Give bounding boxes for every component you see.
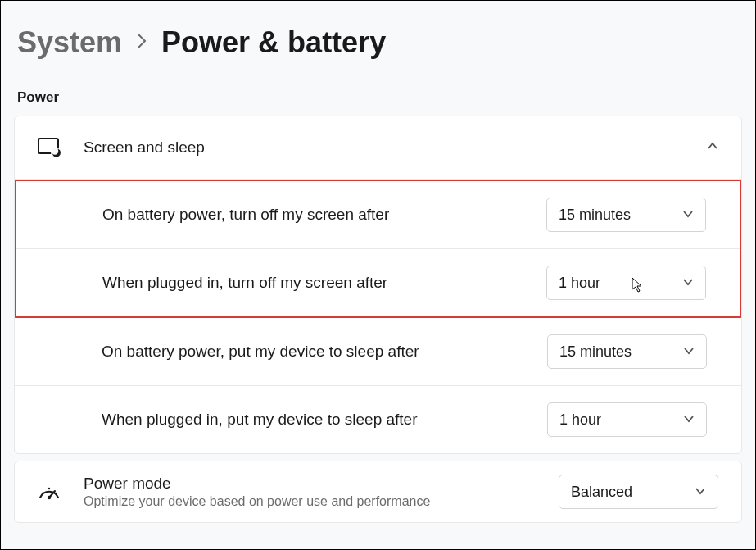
- svg-point-3: [48, 488, 50, 489]
- dropdown-value: 1 hour: [559, 275, 600, 292]
- power-mode-card[interactable]: Power mode Optimize your device based on…: [14, 461, 742, 523]
- row-label: On battery power, turn off my screen aft…: [102, 206, 546, 224]
- dropdown-power-mode[interactable]: Balanced: [559, 475, 718, 509]
- dropdown-value: Balanced: [571, 484, 632, 501]
- row-label: On battery power, put my device to sleep…: [102, 343, 547, 361]
- row-label: When plugged in, turn off my screen afte…: [102, 274, 546, 292]
- svg-point-6: [48, 496, 51, 499]
- row-plugged-screen-off: When plugged in, turn off my screen afte…: [16, 249, 740, 316]
- power-mode-title: Power mode: [84, 475, 536, 493]
- chevron-down-icon: [695, 484, 706, 501]
- chevron-up-icon: [707, 140, 718, 155]
- row-battery-sleep: On battery power, put my device to sleep…: [15, 318, 741, 386]
- dropdown-value: 15 minutes: [559, 343, 632, 361]
- dropdown-value: 15 minutes: [559, 207, 631, 224]
- dropdown-value: 1 hour: [559, 411, 601, 429]
- row-plugged-sleep: When plugged in, put my device to sleep …: [15, 386, 741, 453]
- chevron-down-icon: [683, 343, 695, 361]
- page-title: Power & battery: [161, 25, 386, 60]
- chevron-down-icon: [683, 411, 695, 429]
- dropdown-plugged-sleep[interactable]: 1 hour: [547, 402, 707, 437]
- screen-sleep-card: Screen and sleep On battery power, turn …: [14, 116, 742, 454]
- chevron-down-icon: [682, 207, 694, 224]
- screen-sleep-header[interactable]: Screen and sleep: [15, 116, 741, 180]
- screen-sleep-icon: [38, 136, 61, 159]
- chevron-down-icon: [682, 275, 694, 292]
- highlight-annotation: On battery power, turn off my screen aft…: [14, 180, 742, 318]
- dropdown-battery-screen-off[interactable]: 15 minutes: [546, 198, 706, 232]
- dropdown-battery-sleep[interactable]: 15 minutes: [547, 334, 707, 369]
- screen-sleep-title: Screen and sleep: [84, 139, 684, 157]
- svg-point-2: [42, 493, 43, 494]
- dropdown-plugged-screen-off[interactable]: 1 hour: [546, 266, 706, 300]
- row-battery-screen-off: On battery power, turn off my screen aft…: [16, 181, 740, 249]
- gauge-icon: [38, 480, 61, 503]
- chevron-right-icon: [137, 33, 147, 54]
- row-label: When plugged in, put my device to sleep …: [102, 411, 547, 429]
- section-label-power: Power: [1, 75, 755, 116]
- power-mode-text: Power mode Optimize your device based on…: [84, 475, 536, 509]
- power-mode-subtitle: Optimize your device based on power use …: [84, 494, 536, 509]
- breadcrumb-parent[interactable]: System: [17, 25, 122, 60]
- breadcrumb: System Power & battery: [1, 1, 755, 75]
- svg-point-4: [55, 493, 57, 494]
